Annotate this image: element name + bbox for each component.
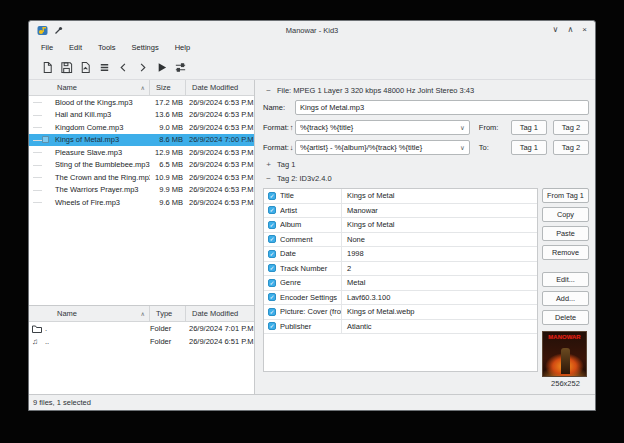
collapse-icon[interactable]: − <box>265 174 272 183</box>
column-header-name[interactable]: Name ∧ <box>29 80 150 95</box>
field-value[interactable]: None <box>342 235 537 244</box>
tag-field-row[interactable]: ✓ Comment None <box>264 233 537 248</box>
settings-sliders-icon[interactable] <box>171 59 189 77</box>
file-row-selected[interactable]: Kings of Metal.mp3 8.6 MB 26/9/2024 7:00… <box>29 134 254 147</box>
copy-button[interactable]: Copy <box>542 207 589 222</box>
column-header-modified[interactable]: Date Modified <box>186 80 254 95</box>
directory-row[interactable]: ♫ .. Folder 26/9/2024 6:51 P.M. <box>29 335 254 348</box>
checkbox-checked[interactable]: ✓ <box>268 250 276 258</box>
toolbar <box>29 56 595 79</box>
column-name-label: Name <box>57 83 77 92</box>
from-tag-1-button[interactable]: From Tag 1 <box>542 188 589 203</box>
file-section-header[interactable]: − File: MPEG 1 Layer 3 320 kbps 48000 Hz… <box>265 86 589 95</box>
checkbox-checked[interactable]: ✓ <box>268 322 276 330</box>
collapse-icon[interactable]: − <box>265 86 272 95</box>
expand-icon[interactable]: + <box>265 160 272 169</box>
tag-field-row[interactable]: ✓ Album Kings of Metal <box>264 218 537 233</box>
maximize-icon[interactable]: ∧ <box>567 26 573 34</box>
menu-tools[interactable]: Tools <box>90 41 124 54</box>
tag1-section-header[interactable]: + Tag 1 <box>265 160 589 169</box>
field-value[interactable]: Atlantic <box>342 322 537 331</box>
column-header-type[interactable]: Type <box>150 306 186 321</box>
field-value[interactable]: Kings of Metal <box>342 220 537 229</box>
next-file-icon[interactable] <box>133 59 151 77</box>
field-label: Track Number <box>280 262 342 276</box>
file-row[interactable]: Blood of the Kings.mp3 17.2 MB 26/9/2024… <box>29 96 254 109</box>
checkbox-checked[interactable]: ✓ <box>268 264 276 272</box>
file-row[interactable]: Kingdom Come.mp3 9.0 MB 26/9/2024 6:53 P… <box>29 121 254 134</box>
tag2-body: ✓ Title Kings of Metal ✓ Artist Manowar … <box>263 188 589 388</box>
album-cover-thumbnail[interactable]: MANOWAR <box>542 331 587 377</box>
save-icon[interactable] <box>57 59 75 77</box>
tag-field-row[interactable]: ✓ Encoder Settings Lavf60.3.100 <box>264 291 537 306</box>
column-header-modified[interactable]: Date Modified <box>186 306 254 321</box>
tag-field-row[interactable]: ✓ Picture: Cover (front) Kings of Metal.… <box>264 305 537 320</box>
tag-field-row[interactable]: ✓ Track Number 2 <box>264 262 537 277</box>
field-value[interactable]: Kings of Metal <box>342 191 537 200</box>
checkbox-checked[interactable]: ✓ <box>268 308 276 316</box>
file-row[interactable]: Wheels of Fire.mp3 9.6 MB 26/9/2024 6:53… <box>29 196 254 209</box>
field-value[interactable]: Lavf60.3.100 <box>342 293 537 302</box>
add-button[interactable]: Add... <box>542 291 589 306</box>
menu-help[interactable]: Help <box>167 41 198 54</box>
format-to-combobox[interactable]: %{artist} - %{album}/%{track} %{title} ∨ <box>295 140 470 155</box>
revert-icon[interactable] <box>76 59 94 77</box>
file-row[interactable]: The Crown and the Ring.mp3 10.9 MB 26/9/… <box>29 171 254 184</box>
paste-button[interactable]: Paste <box>542 226 589 241</box>
file-modified: 26/9/2024 7:00 P.M. <box>186 134 254 147</box>
file-size: 8.6 MB <box>150 134 186 147</box>
menu-file[interactable]: File <box>33 41 61 54</box>
field-value[interactable]: 2 <box>342 264 537 273</box>
tree-branch <box>33 202 42 203</box>
play-icon[interactable] <box>152 59 170 77</box>
format-to-row: Format:↓ %{artist} - %{album}/%{track} %… <box>263 140 589 155</box>
menubar: File Edit Tools Settings Help <box>29 39 595 56</box>
checkbox-checked[interactable]: ✓ <box>268 235 276 243</box>
main-content: Name ∧ Size Date Modified Blood of the K… <box>29 79 595 394</box>
to-tag2-button[interactable]: Tag 2 <box>553 140 589 155</box>
previous-file-icon[interactable] <box>114 59 132 77</box>
menu-edit[interactable]: Edit <box>61 41 90 54</box>
close-icon[interactable]: × <box>582 26 587 34</box>
checkbox-checked[interactable]: ✓ <box>268 206 276 214</box>
edit-button[interactable]: Edit... <box>542 272 589 287</box>
field-value[interactable]: Manowar <box>342 206 537 215</box>
tag-field-row[interactable]: ✓ Title Kings of Metal <box>264 189 537 204</box>
file-name-cell: Kings of Metal.mp3 <box>29 134 150 147</box>
checkbox-checked[interactable]: ✓ <box>268 293 276 301</box>
menu-settings[interactable]: Settings <box>124 41 167 54</box>
checkbox-checked[interactable]: ✓ <box>268 192 276 200</box>
format-from-combobox[interactable]: %{track} %{title} ∨ <box>295 120 470 135</box>
from-tag1-button[interactable]: Tag 1 <box>511 120 547 135</box>
tag1-header-text: Tag 1 <box>277 160 295 169</box>
file-row[interactable]: Pleasure Slave.mp3 12.9 MB 26/9/2024 6:5… <box>29 146 254 159</box>
to-tag1-button[interactable]: Tag 1 <box>511 140 547 155</box>
file-row[interactable]: Hail and Kill.mp3 13.6 MB 26/9/2024 6:53… <box>29 109 254 122</box>
delete-button[interactable]: Delete <box>542 310 589 325</box>
minimize-icon[interactable]: ∨ <box>553 26 559 34</box>
file-name: Hail and Kill.mp3 <box>55 110 111 119</box>
tag-field-row[interactable]: ✓ Publisher Atlantic <box>264 320 537 335</box>
directory-row[interactable]: . Folder 26/9/2024 7:01 P.M. <box>29 322 254 335</box>
field-value[interactable]: 1998 <box>342 249 537 258</box>
remove-button[interactable]: Remove <box>542 245 589 260</box>
field-value[interactable]: Kings of Metal.webp <box>342 307 537 316</box>
column-name-label: Name <box>57 309 77 318</box>
file-row[interactable]: The Warriors Prayer.mp3 9.9 MB 26/9/2024… <box>29 184 254 197</box>
tag-field-row[interactable]: ✓ Date 1998 <box>264 247 537 262</box>
field-value[interactable]: Metal <box>342 278 537 287</box>
column-header-size[interactable]: Size <box>150 80 186 95</box>
file-list-icon[interactable] <box>95 59 113 77</box>
field-label: Picture: Cover (front) <box>280 305 342 319</box>
tag-field-row[interactable]: ✓ Genre Metal <box>264 276 537 291</box>
checkbox-checked[interactable]: ✓ <box>268 221 276 229</box>
open-file-icon[interactable] <box>38 59 56 77</box>
column-header-name[interactable]: Name ∧ <box>29 306 150 321</box>
tag2-section-header[interactable]: − Tag 2: ID3v2.4.0 <box>265 174 589 183</box>
from-tag2-button[interactable]: Tag 2 <box>553 120 589 135</box>
checkbox-checked[interactable]: ✓ <box>268 279 276 287</box>
file-modified: 26/9/2024 6:53 P.M. <box>186 171 254 184</box>
file-row[interactable]: Sting of the Bumblebee.mp3 6.5 MB 26/9/2… <box>29 159 254 172</box>
filename-input[interactable] <box>295 100 589 115</box>
tag-field-row[interactable]: ✓ Artist Manowar <box>264 204 537 219</box>
